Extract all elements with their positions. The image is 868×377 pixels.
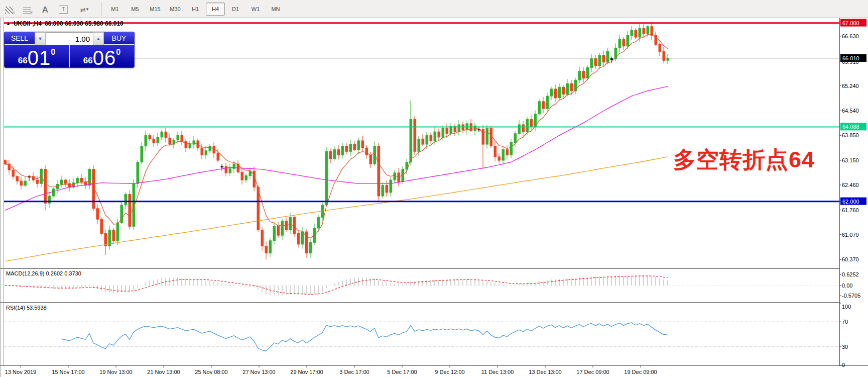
price-tick-label: 63.150 xyxy=(842,157,859,163)
rsi-line xyxy=(61,323,668,351)
text-label-icon[interactable]: A xyxy=(37,2,53,16)
candle xyxy=(430,135,432,141)
grid-icon[interactable]: F xyxy=(19,2,35,16)
candle xyxy=(24,181,27,185)
buy-button[interactable]: BUY xyxy=(104,32,134,45)
time-tick-label: 19 Dec 09:00 xyxy=(624,369,657,375)
candle xyxy=(157,137,159,143)
candle xyxy=(8,164,11,170)
candle xyxy=(277,226,280,235)
time-tick-label: 17 Dec 09:00 xyxy=(576,369,609,375)
symbol-name: UKOIl-,H4 xyxy=(14,20,42,27)
candle xyxy=(422,139,424,144)
line-studies-icon[interactable]: E xyxy=(1,2,17,16)
candle xyxy=(309,242,312,253)
candle xyxy=(305,232,308,253)
candle xyxy=(225,166,227,173)
candle xyxy=(20,181,23,185)
time-tick-label: 25 Nov 08:00 xyxy=(195,369,227,375)
candle xyxy=(141,146,143,162)
candle xyxy=(562,87,565,94)
candle xyxy=(365,148,368,155)
candle xyxy=(149,135,151,139)
toolbar-separator xyxy=(101,3,102,16)
arrows-glyph: ⇄ xyxy=(80,7,86,13)
candle xyxy=(382,185,384,196)
candle xyxy=(125,194,127,205)
level-62.000-badge-label: 62.000 xyxy=(842,199,859,205)
price-tick-label: 66.630 xyxy=(842,33,859,39)
rsi-tick-label: 100 xyxy=(842,304,851,310)
candle xyxy=(442,128,444,137)
candle xyxy=(647,27,649,34)
candle xyxy=(570,83,573,90)
candle xyxy=(554,89,557,98)
tf-button-mn[interactable]: MN xyxy=(266,3,285,16)
candle xyxy=(229,168,231,173)
trade-panel-prices: 66010 66060 xyxy=(5,45,134,67)
tf-button-h1[interactable]: H1 xyxy=(186,3,205,16)
tf-button-w1[interactable]: W1 xyxy=(246,3,265,16)
price-tick-label: 63.850 xyxy=(842,132,859,138)
tf-button-m15[interactable]: M15 xyxy=(146,3,165,16)
time-tick-label: 21 Nov 13:00 xyxy=(147,369,180,375)
time-tick-label: 15 Nov 17:00 xyxy=(52,369,84,375)
candle xyxy=(80,178,83,182)
text-box-icon[interactable]: T xyxy=(55,2,71,16)
sell-button[interactable]: SELL xyxy=(5,32,35,45)
symbol-ohlc-quotes: 66.000 66.030 65.980 66.010 xyxy=(45,20,123,27)
tf-button-m1[interactable]: M1 xyxy=(105,3,125,16)
candle xyxy=(261,230,264,246)
candle xyxy=(426,135,428,144)
chart-area[interactable]: 66.63065.91065.24064.54063.85063.15062.4… xyxy=(0,18,868,377)
tf-button-h4[interactable]: H4 xyxy=(206,3,225,16)
current-price-badge-label: 66.010 xyxy=(842,55,859,61)
candle xyxy=(526,119,529,132)
volume-input[interactable] xyxy=(46,33,93,45)
candle xyxy=(414,119,416,151)
buy-price-head: 66 xyxy=(83,56,93,65)
candle xyxy=(546,96,549,109)
text-label-glyph: A xyxy=(42,6,48,14)
candle xyxy=(337,150,340,155)
price-tick-label: 64.540 xyxy=(842,108,859,114)
tf-button-d1[interactable]: D1 xyxy=(226,3,245,16)
candle xyxy=(177,135,179,140)
candle xyxy=(502,150,505,160)
candle xyxy=(100,219,103,233)
time-tick-label: 29 Nov 17:00 xyxy=(290,369,323,375)
candle xyxy=(410,119,412,162)
candle xyxy=(394,173,396,180)
line-studies-sub: E xyxy=(13,11,15,15)
candle xyxy=(378,146,380,196)
sell-price-big: 01 xyxy=(28,49,51,66)
candle xyxy=(185,141,187,148)
buy-price-tile[interactable]: 66060 xyxy=(70,45,134,67)
candle xyxy=(631,30,633,36)
candle xyxy=(257,187,260,230)
tf-button-m5[interactable]: M5 xyxy=(126,3,145,16)
volume-decrease-button[interactable]: ▼ xyxy=(35,32,46,45)
candle xyxy=(494,146,497,157)
candle xyxy=(635,30,637,37)
trade-panel-header: SELL ▼ ▲ BUY xyxy=(5,32,134,45)
sell-price-tile[interactable]: 66010 xyxy=(5,45,69,67)
candle xyxy=(341,146,344,155)
candle xyxy=(4,160,7,164)
candle xyxy=(590,59,593,68)
candle xyxy=(217,153,219,160)
candle xyxy=(221,166,223,167)
candle xyxy=(530,119,533,126)
chevron-down-icon: ▾ xyxy=(86,7,89,12)
candle xyxy=(522,125,525,132)
candle xyxy=(542,102,545,109)
tf-button-m30[interactable]: M30 xyxy=(166,3,185,16)
volume-increase-button[interactable]: ▲ xyxy=(93,32,104,45)
candle xyxy=(386,185,388,193)
chart-canvas[interactable]: 66.63065.91065.24064.54063.85063.15062.4… xyxy=(0,18,868,377)
candle xyxy=(161,132,163,137)
candle xyxy=(450,127,452,134)
macd-label: MACD(12,26,9) 0.2602 0.3730 xyxy=(6,270,81,276)
rsi-tick-label: 70 xyxy=(842,319,848,325)
arrange-arrows-icon[interactable]: ⇄▾ xyxy=(73,2,95,16)
